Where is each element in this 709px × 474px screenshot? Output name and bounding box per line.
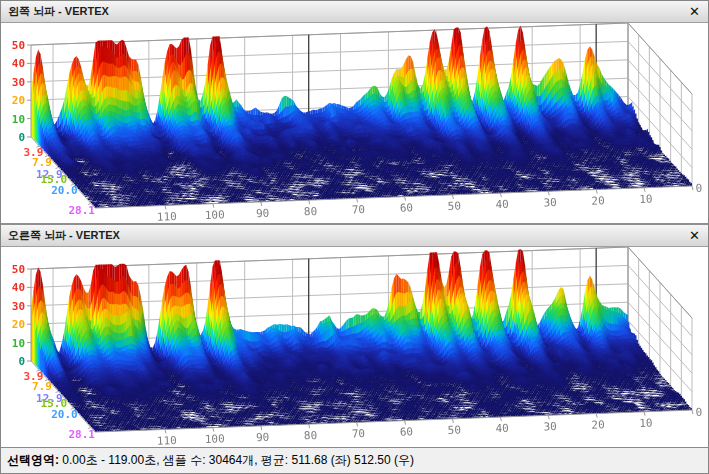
selection-range-label: 선택영역: (7, 453, 59, 467)
left-eeg-3d-surface-chart[interactable] (1, 23, 708, 223)
close-icon[interactable]: ✕ (689, 5, 700, 18)
status-bar: 선택영역: 0.00초 - 119.00초, 샘플 수: 30464개, 평균:… (1, 447, 708, 473)
panel-left-titlebar: 왼쪽 뇌파 - VERTEX ✕ (1, 1, 708, 23)
close-icon[interactable]: ✕ (689, 229, 700, 242)
panel-right-title: 오른쪽 뇌파 - VERTEX (8, 228, 120, 243)
panel-right-eeg: 오른쪽 뇌파 - VERTEX ✕ (1, 225, 708, 447)
right-eeg-3d-surface-chart[interactable] (1, 247, 708, 447)
selection-range-value: 0.00초 - 119.00초, 샘플 수: 30464개, 평균: 511.6… (59, 453, 414, 467)
panel-right-titlebar: 오른쪽 뇌파 - VERTEX ✕ (1, 225, 708, 247)
panel-left-eeg: 왼쪽 뇌파 - VERTEX ✕ (1, 1, 708, 223)
panel-left-title: 왼쪽 뇌파 - VERTEX (8, 4, 109, 19)
eeg-analysis-window: 왼쪽 뇌파 - VERTEX ✕ 오른쪽 뇌파 - VERTEX ✕ 선택영역:… (0, 0, 709, 474)
